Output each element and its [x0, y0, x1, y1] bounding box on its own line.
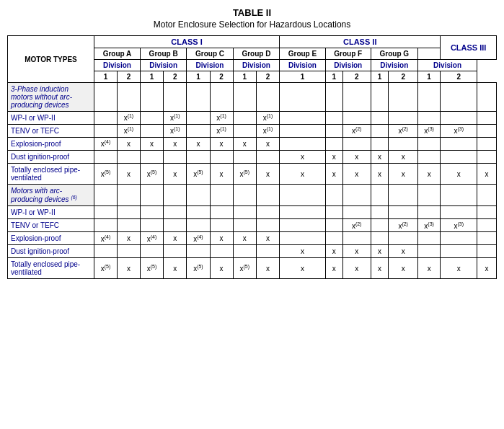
- cell-r8-c12: x(2): [389, 219, 417, 232]
- cell-r7-c12: [389, 206, 417, 219]
- num-c1: 1: [187, 71, 210, 83]
- cell-r7-c0: [94, 206, 118, 219]
- group-c-header: Group C: [187, 48, 233, 60]
- cell-r3-c0: x(4): [94, 138, 118, 151]
- cell-r0-c7: [256, 83, 279, 112]
- cell-r1-c13: [417, 112, 440, 125]
- cell-r10-c10: x: [342, 245, 371, 258]
- cell-r11-c1: x: [117, 258, 140, 279]
- cell-r8-c6: [233, 219, 256, 232]
- cell-r8-c8: [280, 219, 326, 232]
- cell-r0-c14: [441, 83, 477, 112]
- cell-r2-c4: [187, 125, 210, 138]
- cell-r4-c3: [164, 151, 187, 164]
- div-b: Division: [140, 60, 186, 71]
- cell-r2-c7: x(1): [256, 125, 279, 138]
- cell-r0-c2: [140, 83, 163, 112]
- num-c2: 2: [210, 71, 233, 83]
- cell-r9-c11: [371, 232, 389, 245]
- motor-label-10: Dust ignition-proof: [8, 245, 94, 258]
- div-d: Division: [233, 60, 279, 71]
- num-b1: 1: [140, 71, 163, 83]
- cell-r2-c6: [233, 125, 256, 138]
- cell-r7-c11: [371, 206, 389, 219]
- class2-header: CLASS II: [280, 36, 441, 48]
- cell-r9-c13: [417, 232, 440, 245]
- num-a1: 1: [94, 71, 118, 83]
- cell-r10-c8: x: [280, 245, 326, 258]
- cell-r5-c2: x(5): [140, 164, 163, 185]
- cell-r7-c4: [187, 206, 210, 219]
- cell-r7-c5: [210, 206, 233, 219]
- cell-r2-c14: x(3): [441, 125, 477, 138]
- cell-r11-c3: x: [164, 258, 187, 279]
- cell-r5-c12: x: [389, 164, 417, 185]
- cell-r9-c10: [342, 232, 371, 245]
- cell-r11-c2: x(5): [140, 258, 163, 279]
- cell-r5-c6: x(5): [233, 164, 256, 185]
- cell-r5-c0: x(5): [94, 164, 118, 185]
- div-f: Division: [325, 60, 371, 71]
- cell-r1-c0: [94, 112, 118, 125]
- motor-label-11: Totally enclosed pipe-ventilated: [8, 258, 94, 279]
- cell-r8-c15: [477, 219, 497, 232]
- cell-r6-c1: [117, 185, 140, 206]
- cell-r11-c7: x: [256, 258, 279, 279]
- cell-r6-c9: [325, 185, 342, 206]
- cell-r10-c1: [117, 245, 140, 258]
- cell-r3-c9: [325, 138, 342, 151]
- cell-r11-c15: x: [477, 258, 497, 279]
- cell-r1-c2: [140, 112, 163, 125]
- cell-r10-c6: [233, 245, 256, 258]
- cell-r0-c6: [233, 83, 256, 112]
- cell-r6-c8: [280, 185, 326, 206]
- cell-r6-c0: [94, 185, 118, 206]
- cell-r4-c4: [187, 151, 210, 164]
- cell-r0-c13: [417, 83, 440, 112]
- cell-r11-c10: x: [342, 258, 371, 279]
- cell-r6-c6: [233, 185, 256, 206]
- cell-r6-c14: [441, 185, 477, 206]
- cell-r2-c5: x(1): [210, 125, 233, 138]
- cell-r8-c11: [371, 219, 389, 232]
- cell-r4-c11: x: [371, 151, 389, 164]
- cell-r5-c15: x: [477, 164, 497, 185]
- cell-r3-c5: x: [210, 138, 233, 151]
- cell-r3-c15: [477, 138, 497, 151]
- cell-r7-c9: [325, 206, 342, 219]
- num-d2: 2: [256, 71, 279, 83]
- cell-r10-c11: x: [371, 245, 389, 258]
- num-g1: 1: [371, 71, 389, 83]
- cell-r4-c5: [210, 151, 233, 164]
- cell-r10-c2: [140, 245, 163, 258]
- cell-r9-c9: [325, 232, 342, 245]
- cell-r6-c10: [342, 185, 371, 206]
- cell-r1-c5: x(1): [210, 112, 233, 125]
- cell-r2-c9: [325, 125, 342, 138]
- group-d-header: Group D: [233, 48, 279, 60]
- cell-r1-c7: x(1): [256, 112, 279, 125]
- group-3-header: [417, 48, 440, 60]
- cell-r2-c2: [140, 125, 163, 138]
- motor-label-5: Totally enclosed pipe-ventilated: [8, 164, 94, 185]
- div-a: Division: [94, 60, 141, 71]
- cell-r4-c9: x: [325, 151, 342, 164]
- cell-r6-c11: [371, 185, 389, 206]
- cell-r5-c3: x: [164, 164, 187, 185]
- cell-r1-c1: x(1): [117, 112, 140, 125]
- cell-r9-c2: x(4): [140, 232, 163, 245]
- cell-r9-c5: x: [210, 232, 233, 245]
- cell-r3-c7: x: [256, 138, 279, 151]
- cell-r6-c5: [210, 185, 233, 206]
- cell-r3-c6: x: [233, 138, 256, 151]
- cell-r4-c7: [256, 151, 279, 164]
- cell-r5-c7: x: [256, 164, 279, 185]
- cell-r1-c11: [371, 112, 389, 125]
- cell-r0-c9: [325, 83, 342, 112]
- class3-header: CLASS III: [441, 36, 497, 60]
- cell-r3-c1: x: [117, 138, 140, 151]
- cell-r5-c10: x: [342, 164, 371, 185]
- cell-r11-c5: x: [210, 258, 233, 279]
- cell-r8-c5: [210, 219, 233, 232]
- cell-r0-c4: [187, 83, 210, 112]
